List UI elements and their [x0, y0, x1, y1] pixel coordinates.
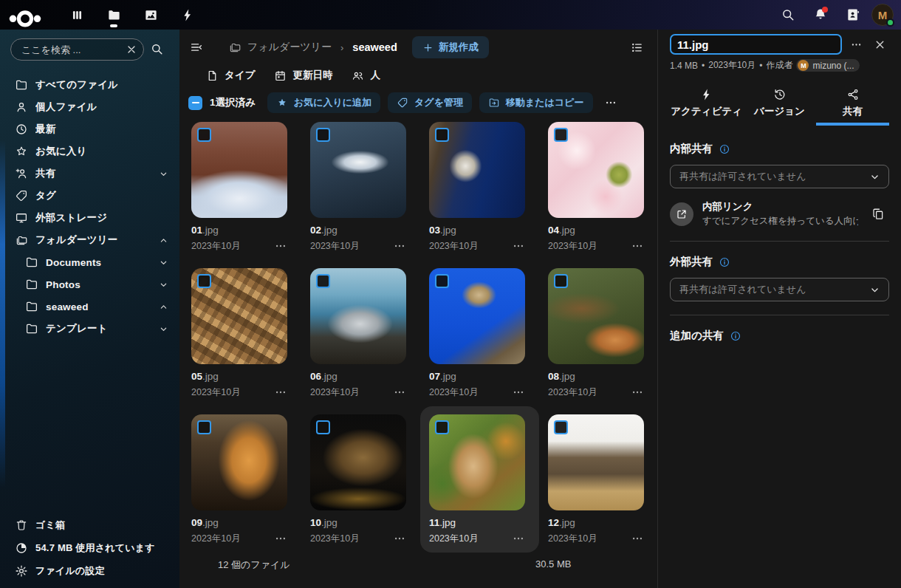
file-checkbox[interactable]	[554, 128, 568, 142]
sidebar-item[interactable]: お気に入り	[7, 140, 174, 163]
file-tile[interactable]: 10.jpg 2023年10月	[301, 406, 420, 553]
file-tile[interactable]: 07.jpg 2023年10月	[420, 260, 539, 406]
sidebar-footer-item[interactable]: ファイルの設定	[7, 559, 174, 582]
expand-chevron-icon[interactable]	[158, 191, 169, 202]
expand-chevron-icon[interactable]	[158, 279, 169, 290]
expand-chevron-icon[interactable]	[158, 146, 169, 157]
sidebar-item[interactable]: 共有	[7, 163, 174, 185]
user-avatar[interactable]: M	[871, 4, 894, 26]
selection-action-button[interactable]: 移動またはコピー	[479, 92, 593, 113]
file-actions-icon[interactable]	[393, 239, 406, 253]
info-icon[interactable]	[730, 330, 741, 342]
nextcloud-logo[interactable]	[6, 5, 44, 24]
file-checkbox[interactable]	[197, 274, 211, 288]
expand-chevron-icon[interactable]	[158, 257, 169, 268]
internal-share-select[interactable]: 再共有は許可されていません	[670, 165, 889, 188]
list-view-toggle-icon[interactable]	[625, 35, 648, 59]
file-tile[interactable]: 11.jpg 2023年10月	[420, 406, 539, 553]
search-submit-icon[interactable]	[150, 38, 172, 61]
selection-action-button[interactable]: タグを管理	[388, 92, 472, 113]
file-checkbox[interactable]	[435, 420, 449, 434]
file-tile[interactable]: 09.jpg 2023年10月	[182, 406, 301, 553]
sidebar-item[interactable]: すべてのファイル	[7, 74, 174, 96]
breadcrumb-root-link[interactable]: フォルダーツリー	[247, 41, 332, 54]
panel-tab[interactable]: バージョン	[743, 82, 816, 126]
sidebar-item[interactable]: 個人ファイル	[7, 96, 174, 118]
contacts-icon[interactable]	[839, 1, 867, 29]
sidebar-item[interactable]: 外部ストレージ	[7, 207, 174, 229]
creator-pill[interactable]: M mizuno (...	[796, 59, 860, 72]
copy-link-icon[interactable]	[867, 203, 889, 225]
file-checkbox[interactable]	[316, 274, 330, 288]
app-files-icon[interactable]	[99, 0, 129, 30]
filename-input[interactable]	[670, 34, 842, 55]
filter-chip[interactable]: 人	[352, 69, 380, 82]
file-actions-icon[interactable]	[393, 386, 406, 399]
expand-chevron-icon[interactable]	[158, 213, 169, 224]
select-all-checkbox[interactable]	[188, 96, 202, 110]
sidebar-item[interactable]: seaweed	[7, 295, 174, 318]
file-checkbox[interactable]	[435, 274, 449, 288]
info-icon[interactable]	[719, 256, 730, 268]
sidebar-item[interactable]: 最新	[7, 118, 174, 140]
filter-chip[interactable]: タイプ	[206, 69, 255, 82]
app-dashboard-icon[interactable]	[62, 0, 92, 30]
file-checkbox[interactable]	[197, 128, 211, 142]
external-share-select[interactable]: 再共有は許可されていません	[670, 278, 889, 301]
file-tile[interactable]: 01.jpg 2023年10月	[182, 114, 301, 260]
file-tile[interactable]: 02.jpg 2023年10月	[301, 114, 420, 260]
file-checkbox[interactable]	[197, 420, 211, 434]
file-checkbox[interactable]	[554, 420, 568, 434]
file-actions-icon[interactable]	[393, 532, 406, 545]
file-actions-icon[interactable]	[631, 386, 644, 399]
info-icon[interactable]	[719, 143, 730, 155]
selection-action-button[interactable]: お気に入りに追加	[267, 92, 380, 113]
file-checkbox[interactable]	[435, 128, 449, 142]
expand-chevron-icon[interactable]	[158, 324, 169, 335]
app-photos-icon[interactable]	[136, 0, 165, 30]
sidebar-item[interactable]: Documents	[7, 251, 174, 273]
clear-search-icon[interactable]	[126, 44, 137, 55]
file-tile[interactable]: 06.jpg 2023年10月	[301, 260, 420, 406]
expand-chevron-icon[interactable]	[158, 235, 169, 246]
sidebar-item[interactable]: テンプレート	[7, 318, 174, 340]
file-actions-icon[interactable]	[512, 386, 525, 399]
new-file-button[interactable]: 新規作成	[412, 36, 489, 58]
file-actions-icon[interactable]	[274, 386, 287, 399]
filter-chip[interactable]: 更新日時	[274, 69, 332, 82]
sidebar-footer-item[interactable]: ゴミ箱	[7, 513, 174, 536]
expand-chevron-icon[interactable]	[158, 102, 169, 113]
expand-chevron-icon[interactable]	[158, 168, 169, 180]
panel-tab[interactable]: 共有	[816, 82, 889, 126]
unified-search-icon[interactable]	[774, 1, 802, 29]
sidebar-footer-item[interactable]: 54.7 MB 使用されています	[7, 536, 174, 559]
selection-more-actions-icon[interactable]	[600, 92, 621, 113]
file-tile[interactable]: 04.jpg 2023年10月	[539, 114, 658, 260]
notifications-bell-icon[interactable]	[806, 1, 835, 29]
file-actions-icon[interactable]	[512, 532, 525, 545]
collapse-sidebar-icon[interactable]	[185, 36, 208, 58]
app-activity-icon[interactable]	[173, 0, 202, 30]
file-actions-icon[interactable]	[631, 532, 644, 545]
file-actions-icon[interactable]	[274, 239, 287, 253]
sidebar-item[interactable]: フォルダーツリー	[7, 229, 174, 251]
search-input[interactable]	[10, 38, 144, 61]
sidebar-item[interactable]: タグ	[7, 185, 174, 207]
expand-chevron-icon[interactable]	[158, 124, 169, 135]
file-actions-icon[interactable]	[631, 239, 644, 253]
file-actions-icon[interactable]	[512, 239, 525, 253]
file-actions-icon[interactable]	[274, 532, 287, 545]
file-tile[interactable]: 12.jpg 2023年10月	[539, 406, 658, 553]
file-tile[interactable]: 05.jpg 2023年10月	[182, 260, 301, 406]
file-checkbox[interactable]	[554, 274, 568, 288]
file-tile[interactable]: 03.jpg 2023年10月	[420, 114, 539, 260]
panel-close-icon[interactable]	[870, 35, 889, 54]
panel-tab[interactable]: アクティビティ	[670, 82, 743, 126]
file-checkbox[interactable]	[316, 128, 330, 142]
expand-chevron-icon[interactable]	[158, 80, 169, 91]
sidebar-item[interactable]: Photos	[7, 273, 174, 295]
file-tile[interactable]: 08.jpg 2023年10月	[539, 260, 658, 406]
expand-chevron-icon[interactable]	[158, 301, 169, 312]
panel-more-actions-icon[interactable]	[846, 35, 866, 54]
file-checkbox[interactable]	[316, 420, 330, 434]
